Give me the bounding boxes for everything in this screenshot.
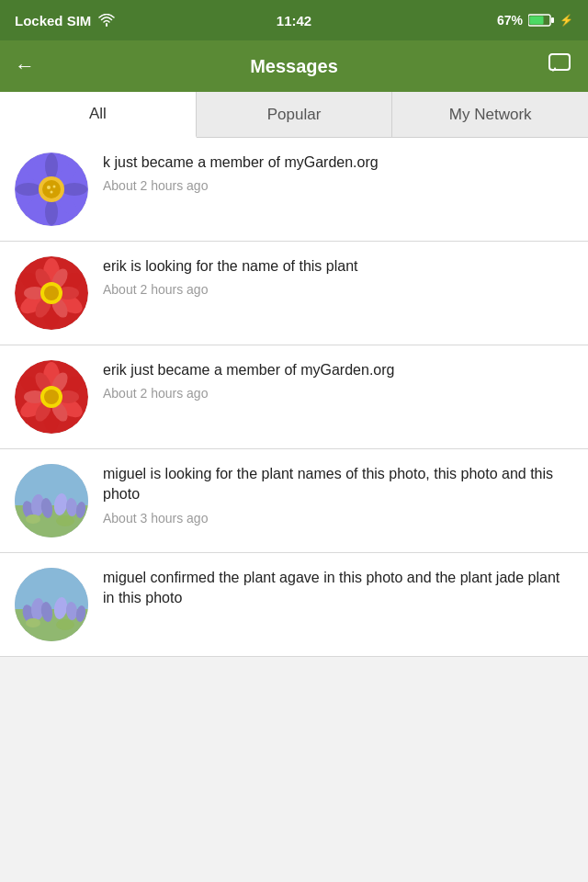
tabs: All Popular My Network bbox=[0, 92, 588, 138]
status-left: Locked SIM bbox=[15, 13, 115, 28]
tab-mynetwork[interactable]: My Network bbox=[392, 92, 588, 137]
message-time-1: About 2 hours ago bbox=[103, 178, 573, 193]
message-text-2: erik is looking for the name of this pla… bbox=[103, 256, 573, 277]
message-time-3: About 2 hours ago bbox=[103, 386, 573, 401]
avatar-4 bbox=[15, 464, 88, 537]
message-content-4: miguel is looking for the plant names of… bbox=[103, 464, 573, 526]
message-time-2: About 2 hours ago bbox=[103, 282, 573, 297]
svg-point-48 bbox=[44, 390, 59, 404]
compose-button[interactable] bbox=[548, 51, 573, 82]
tab-popular[interactable]: Popular bbox=[197, 92, 393, 137]
nav-bar: ← Messages bbox=[0, 40, 588, 92]
status-bar: Locked SIM 11:42 67% ⚡ bbox=[0, 0, 588, 40]
battery-percent: 67% bbox=[497, 13, 523, 28]
message-item-1[interactable]: k just became a member of myGarden.org A… bbox=[0, 138, 588, 242]
svg-point-7 bbox=[62, 183, 87, 196]
svg-rect-1 bbox=[551, 17, 554, 23]
svg-point-58 bbox=[26, 514, 40, 524]
avatar-1 bbox=[15, 153, 88, 226]
message-item-5[interactable]: miguel confirmed the plant agave in this… bbox=[0, 553, 588, 657]
message-content-2: erik is looking for the name of this pla… bbox=[103, 256, 573, 297]
battery-icon bbox=[528, 14, 554, 27]
svg-rect-50 bbox=[15, 464, 88, 505]
svg-point-5 bbox=[45, 153, 58, 179]
nav-title: Messages bbox=[250, 56, 338, 77]
message-item-4[interactable]: miguel is looking for the plant names of… bbox=[0, 449, 588, 553]
message-content-5: miguel confirmed the plant agave in this… bbox=[103, 568, 573, 615]
status-time: 11:42 bbox=[277, 13, 311, 28]
svg-point-14 bbox=[42, 180, 61, 198]
lightning-icon: ⚡ bbox=[560, 14, 573, 27]
compose-icon bbox=[548, 51, 573, 76]
svg-point-15 bbox=[47, 186, 51, 189]
message-text-4: miguel is looking for the plant names of… bbox=[103, 464, 573, 505]
svg-rect-3 bbox=[549, 54, 570, 70]
svg-point-17 bbox=[51, 191, 53, 194]
carrier-label: Locked SIM bbox=[15, 13, 91, 28]
svg-point-33 bbox=[44, 286, 59, 300]
message-text-1: k just became a member of myGarden.org bbox=[103, 153, 573, 173]
svg-point-16 bbox=[53, 186, 56, 188]
tab-all[interactable]: All bbox=[0, 92, 197, 138]
svg-point-11 bbox=[16, 183, 41, 196]
message-item-2[interactable]: erik is looking for the name of this pla… bbox=[0, 242, 588, 345]
back-button[interactable]: ← bbox=[15, 54, 35, 78]
message-content-1: k just became a member of myGarden.org A… bbox=[103, 153, 573, 193]
svg-point-9 bbox=[45, 199, 58, 225]
message-text-5: miguel confirmed the plant agave in this… bbox=[103, 568, 573, 609]
avatar-3 bbox=[15, 360, 88, 434]
message-time-4: About 3 hours ago bbox=[103, 511, 573, 526]
message-item-3[interactable]: erik just became a member of myGarden.or… bbox=[0, 345, 588, 449]
message-content-3: erik just became a member of myGarden.or… bbox=[103, 360, 573, 401]
status-right: 67% ⚡ bbox=[497, 13, 573, 28]
svg-point-71 bbox=[56, 619, 74, 630]
wifi-icon bbox=[98, 14, 115, 27]
message-text-3: erik just became a member of myGarden.or… bbox=[103, 360, 573, 380]
svg-point-70 bbox=[26, 618, 40, 628]
svg-rect-62 bbox=[15, 568, 88, 609]
svg-rect-2 bbox=[530, 17, 544, 25]
messages-list: k just became a member of myGarden.org A… bbox=[0, 138, 588, 882]
avatar-2 bbox=[15, 256, 88, 330]
svg-point-59 bbox=[56, 515, 74, 526]
avatar-5 bbox=[15, 568, 88, 641]
